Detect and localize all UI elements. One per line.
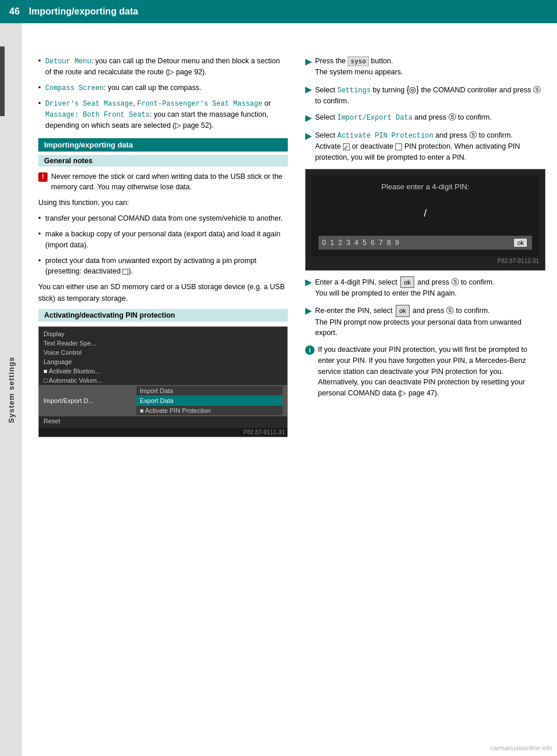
info-icon: i [305,345,314,355]
step2-text: Select Settings by turning {◎} the COMAN… [315,84,545,107]
detour-code: Detour Menu [45,57,91,66]
bullet-compass: Compass Screen: you can call up the comp… [38,82,288,93]
step1: ▶ Press the syso button.The system menu … [305,56,545,78]
compass-code: Compass Screen [45,84,104,92]
bullet-massage: Driver's Seat Massage, Front-Passenger's… [38,98,288,131]
massage-code3: Massage: Both Front Seats [45,111,150,119]
menu-row-importexport: Import/Export D... Import Data Export Da… [39,385,287,416]
sub-header-text: General notes [44,157,92,165]
menu-row-reset: Reset [39,416,287,426]
right-column: ▶ Press the syso button.The system menu … [299,56,545,442]
pin-section-header: Activating/deactivating PIN protection [38,309,288,322]
menu-item-reset: Reset [44,417,136,424]
sidebar-label: System settings [7,357,16,423]
menu-row-autovol: □ Automatic Volum... [39,376,287,385]
sidebar: System settings [0,23,22,756]
pin-ok: ok [513,238,527,247]
step4: ▶ Select Activate PIN Protection and pre… [305,130,545,163]
arrow-2: ▶ [305,84,312,96]
function-item-1: transfer your personal COMAND data from … [38,213,288,224]
step4-text: Select Activate PIN Protection and press… [315,130,545,163]
function-text-3: protect your data from unwanted export b… [45,257,256,276]
step2: ▶ Select Settings by turning {◎} the COM… [305,84,545,107]
menu-item-language: Language [44,358,136,365]
arrow-6: ▶ [305,305,312,317]
section-header-import: Importing/exporting data [38,138,288,152]
menu-item-autovol: □ Automatic Volum... [44,377,136,384]
pin-section-text: Activating/deactivating PIN protection [44,311,175,319]
menu-item-importexport: Import/Export D... [44,397,136,404]
menu-list: Display Text Reader Spe... Voice Control… [39,327,287,428]
step1-text: Press the syso button.The system menu ap… [315,56,403,78]
menu-row-bluetooth: ■ Activate Bluetoo... [39,366,287,376]
menu-row-language: Language [39,357,287,366]
massage-or: or [262,99,271,107]
warning-note: ! Never remove the stick or card when wr… [38,171,288,193]
step6-text: Re-enter the PIN, select ok and press ⓢ … [315,305,545,339]
ok-box-2: ok [396,305,410,317]
bullet-detour: Detour Menu: you can call up the Detour … [38,56,288,78]
left-column: Detour Menu: you can call up the Detour … [38,56,288,442]
pin-screen-inner: Please enter a 4-digit PIN: / 0 1 2 3 4 … [312,175,539,257]
function-text-2: make a backup copy of your personal data… [45,230,280,249]
arrow-1: ▶ [305,56,312,68]
sub-header-general: General notes [38,155,288,167]
menu-row-textreader: Text Reader Spe... [39,339,287,348]
menu-item-voicecontrol: Voice Control [44,349,136,356]
step5: ▶ Enter a 4-digit PIN, select ok and pre… [305,276,545,299]
main-content: Detour Menu: you can call up the Detour … [29,46,557,451]
compass-text: : you can call up the compass. [104,84,201,92]
massage-code1: Driver's Seat Massage [45,100,133,108]
function-item-3: protect your data from unwanted export b… [38,255,288,278]
watermark: carmanualsonline.info [490,744,552,751]
page-number: 46 [9,6,20,17]
warning-text: Never remove the stick or card when writ… [51,171,288,193]
arrow-4: ▶ [305,130,312,142]
warning-icon: ! [38,172,48,182]
body-using: Using this function, you can: [38,197,288,208]
step5-text: Enter a 4-digit PIN, select ok and press… [315,276,495,299]
header-title: Importing/exporting data [29,6,138,17]
pin-screenshot: Please enter a 4-digit PIN: / 0 1 2 3 4 … [305,169,545,271]
info-note: i If you deactivate your PIN protection,… [305,344,545,399]
header-bar: 46 Importing/exporting data [0,0,557,23]
step3-text: Select Import/Export Data and press ⓢ to… [315,112,492,123]
menu-item-display: Display [44,330,136,337]
menu-caption: P82.87-9111-31 [39,428,287,437]
function-text-1: transfer your personal COMAND data from … [45,214,283,222]
menu-item-textreader: Text Reader Spe... [44,340,136,347]
pin-digits: 0 1 2 3 4 5 6 7 8 9 [322,239,400,247]
menu-submenu: Import Data Export Data ■ Activate PIN P… [136,386,283,415]
menu-row-voicecontrol: Voice Control [39,348,287,357]
function-item-2: make a backup copy of your personal data… [38,229,288,251]
body-storage: You can either use an SD memory card or … [38,282,288,304]
pin-prompt: Please enter a 4-digit PIN: [381,182,469,191]
menu-row-display: Display [39,329,287,339]
pin-cursor: / [424,207,426,219]
step6: ▶ Re-enter the PIN, select ok and press … [305,305,545,339]
sidebar-accent [0,46,5,116]
info-text: If you deactivate your PIN protection, y… [318,344,545,399]
step3: ▶ Select Import/Export Data and press ⓢ … [305,112,545,124]
ok-box-1: ok [400,276,414,289]
arrow-5: ▶ [305,276,312,289]
section-header-text: Importing/exporting data [44,141,133,149]
menu-screenshot: Display Text Reader Spe... Voice Control… [38,326,288,437]
pin-caption: P82.87-9112-31 [312,258,539,264]
massage-code2: Front-Passenger's Seat Massage [137,100,262,108]
pin-bottom-bar: 0 1 2 3 4 5 6 7 8 9 ok [319,236,532,250]
menu-item-bluetooth: ■ Activate Bluetoo... [44,368,136,375]
arrow-3: ▶ [305,112,312,124]
